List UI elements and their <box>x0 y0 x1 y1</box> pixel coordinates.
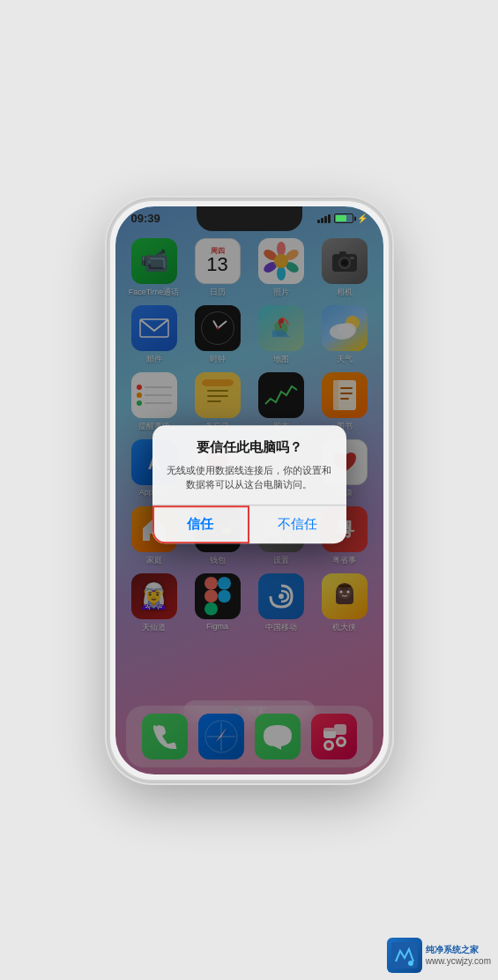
signal-bars <box>317 214 331 223</box>
status-icons: ⚡ <box>317 213 368 223</box>
watermark: 纯净系统之家 www.ycwjzy.com <box>387 938 491 973</box>
trust-dialog-message: 无线或使用数据线连接后，你的设置和数据将可以从这台电脑访问。 <box>167 463 332 492</box>
status-time: 09:39 <box>131 212 160 225</box>
watermark-name: 纯净系统之家 <box>426 944 491 955</box>
trust-dialog-title: 要信任此电脑吗？ <box>167 439 332 456</box>
watermark-text-block: 纯净系统之家 www.ycwjzy.com <box>426 944 491 967</box>
watermark-url: www.ycwjzy.com <box>426 955 491 967</box>
charging-icon: ⚡ <box>357 213 368 223</box>
no-trust-button[interactable]: 不信任 <box>249 505 346 543</box>
watermark-logo <box>387 938 422 973</box>
battery-icon <box>334 213 353 223</box>
phone-screen: 09:39 ⚡ 📹 <box>115 206 383 774</box>
trust-dialog-content: 要信任此电脑吗？ 无线或使用数据线连接后，你的设置和数据将可以从这台电脑访问。 <box>152 425 346 492</box>
svg-point-74 <box>408 961 413 966</box>
trust-dialog-buttons: 信任 不信任 <box>152 505 346 543</box>
phone-outer: 09:39 ⚡ 📹 <box>108 199 390 782</box>
battery-fill <box>336 215 347 221</box>
status-bar: 09:39 ⚡ <box>115 206 383 231</box>
trust-dialog: 要信任此电脑吗？ 无线或使用数据线连接后，你的设置和数据将可以从这台电脑访问。 … <box>152 425 346 543</box>
svg-rect-73 <box>391 942 418 969</box>
trust-button[interactable]: 信任 <box>152 505 250 543</box>
